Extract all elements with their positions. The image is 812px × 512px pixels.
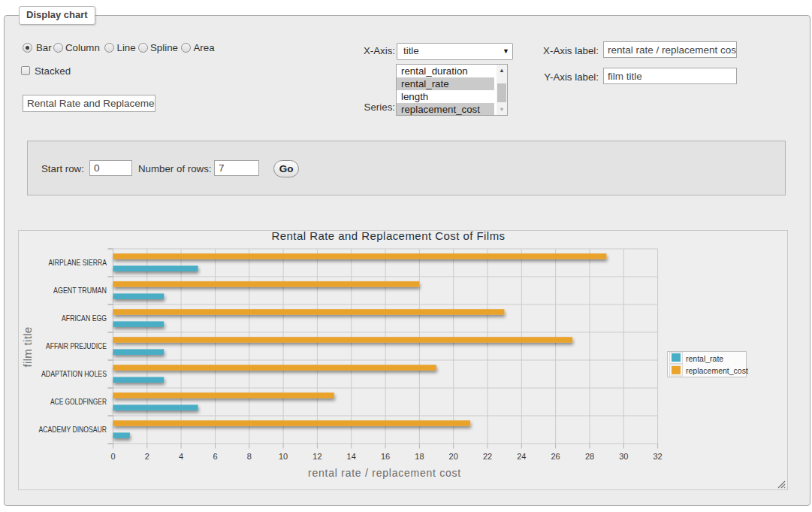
svg-text:2: 2 xyxy=(145,452,149,461)
svg-text:6: 6 xyxy=(213,452,217,461)
svg-text:ACADEMY DINOSAUR: ACADEMY DINOSAUR xyxy=(39,426,107,434)
svg-text:ACE GOLDFINGER: ACE GOLDFINGER xyxy=(50,398,107,406)
svg-text:30: 30 xyxy=(619,452,628,461)
svg-text:replacement_cost: replacement_cost xyxy=(686,366,748,375)
svg-text:20: 20 xyxy=(449,452,458,461)
svg-text:Rental Rate and Replacement Co: Rental Rate and Replacement Cost of Film… xyxy=(271,231,505,242)
svg-text:28: 28 xyxy=(585,452,594,461)
svg-text:12: 12 xyxy=(312,452,321,461)
svg-text:14: 14 xyxy=(347,452,356,461)
svg-text:rental_rate: rental_rate xyxy=(686,354,723,363)
svg-text:rental rate / replacement cost: rental rate / replacement cost xyxy=(308,467,461,479)
svg-text:film title: film title xyxy=(21,327,34,368)
svg-text:AGENT TRUMAN: AGENT TRUMAN xyxy=(53,286,107,295)
svg-text:AIRPLANE SIERRA: AIRPLANE SIERRA xyxy=(49,259,107,267)
svg-text:16: 16 xyxy=(381,452,390,461)
svg-text:AFRICAN EGG: AFRICAN EGG xyxy=(62,314,107,323)
svg-text:10: 10 xyxy=(279,452,288,461)
svg-text:ADAPTATION HOLES: ADAPTATION HOLES xyxy=(41,370,107,378)
svg-text:24: 24 xyxy=(517,452,526,461)
svg-text:26: 26 xyxy=(551,452,560,461)
svg-text:22: 22 xyxy=(483,452,492,461)
svg-text:AFFAIR PREJUDICE: AFFAIR PREJUDICE xyxy=(46,342,107,350)
svg-text:4: 4 xyxy=(179,452,183,461)
svg-text:8: 8 xyxy=(247,452,252,461)
svg-text:18: 18 xyxy=(415,452,424,461)
svg-text:0: 0 xyxy=(110,452,115,461)
svg-text:32: 32 xyxy=(653,452,662,461)
